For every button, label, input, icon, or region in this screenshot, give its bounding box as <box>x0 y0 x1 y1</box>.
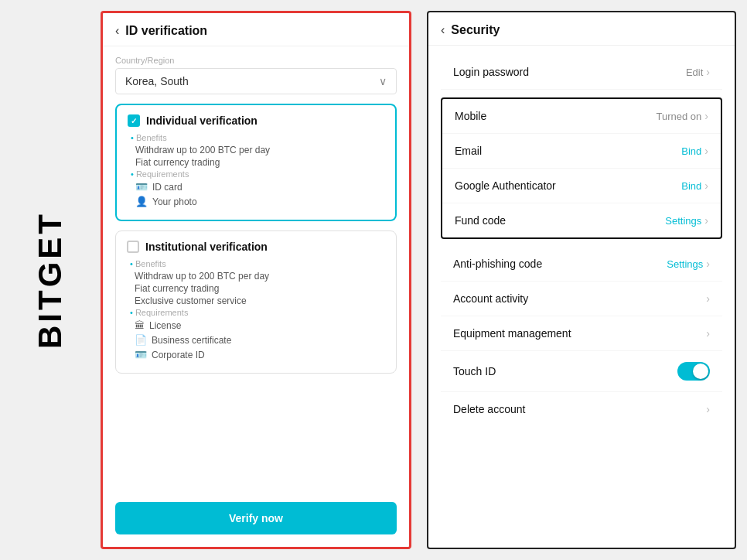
equipment-chevron-icon: › <box>706 327 710 340</box>
individual-card[interactable]: Individual verification Benefits Withdra… <box>115 104 397 221</box>
individual-req-1: 🪪 ID card <box>135 181 384 193</box>
security-row-email[interactable]: Email Bind › <box>442 134 721 169</box>
institutional-req-label: Requirements <box>130 308 385 317</box>
login-password-value: Edit <box>686 67 703 78</box>
touch-id-label: Touch ID <box>453 365 496 377</box>
security-row-delete-account[interactable]: Delete account › <box>441 392 722 426</box>
anti-phishing-label: Anti-phishing code <box>453 258 542 270</box>
login-password-label: Login password <box>453 66 529 78</box>
security-screen-body: Login password Edit › Mobile Turned on › <box>428 46 735 548</box>
google-auth-value: Bind <box>681 180 701 192</box>
business-cert-icon: 📄 <box>135 334 147 346</box>
country-label: Country/Region <box>115 56 397 65</box>
institutional-req-2: 📄 Business certificate <box>135 334 385 346</box>
login-password-right: Edit › <box>686 66 710 78</box>
security-back-button[interactable]: ‹ <box>441 23 445 37</box>
security-screen: ‹ Security Login password Edit › <box>427 11 736 549</box>
individual-benefit-2: Fiat currency trading <box>135 157 384 168</box>
delete-account-label: Delete account <box>453 403 525 415</box>
touch-id-toggle[interactable] <box>677 362 710 381</box>
individual-card-title: Individual verification <box>146 114 258 127</box>
photo-icon: 👤 <box>135 196 148 207</box>
institutional-benefits-label: Benefits <box>130 259 385 268</box>
equipment-label: Equipment management <box>453 327 571 340</box>
institutional-benefit-2: Fiat currency trading <box>135 283 385 294</box>
logo-strip: BITGET <box>0 0 101 560</box>
individual-checkbox[interactable] <box>128 114 140 127</box>
institutional-card-header: Institutional verification <box>127 241 385 253</box>
institutional-card[interactable]: Institutional verification Benefits With… <box>115 230 397 374</box>
id-screen-title: ID verification <box>125 24 207 38</box>
screens-area: ‹ ID verification Country/Region Korea, … <box>101 0 747 560</box>
institutional-benefit-1: Withdraw up to 200 BTC per day <box>135 271 385 282</box>
anti-phishing-value: Settings <box>667 258 703 270</box>
institutional-req-1: 🏛 License <box>135 319 385 331</box>
mobile-chevron-icon: › <box>704 110 708 122</box>
account-activity-label: Account activity <box>453 292 528 305</box>
security-row-equipment[interactable]: Equipment management › <box>441 316 722 351</box>
delete-account-chevron-icon: › <box>706 403 710 415</box>
id-screen-body: Country/Region Korea, South ∨ Individual… <box>103 46 409 493</box>
security-row-fund-code[interactable]: Fund code Settings › <box>442 203 721 237</box>
institutional-req-3: 🪪 Corporate ID <box>135 349 385 360</box>
security-screen-title: Security <box>451 23 500 37</box>
security-row-mobile[interactable]: Mobile Turned on › <box>442 99 721 134</box>
institutional-benefit-3: Exclusive customer service <box>135 295 385 306</box>
individual-req-2-text: Your photo <box>152 196 197 207</box>
main-wrapper: BITGET ‹ ID verification Country/Region … <box>0 0 747 560</box>
security-highlight-box: Mobile Turned on › Email Bind › <box>441 97 722 239</box>
id-screen-header: ‹ ID verification <box>103 13 409 46</box>
chevron-right-icon: › <box>706 66 710 78</box>
bitget-logo: BITGET <box>32 211 69 349</box>
fund-code-label: Fund code <box>455 214 506 227</box>
institutional-card-title: Institutional verification <box>145 241 268 253</box>
individual-benefit-1: Withdraw up to 200 BTC per day <box>135 145 384 155</box>
corporate-id-icon: 🪪 <box>135 349 147 360</box>
email-value: Bind <box>681 145 701 157</box>
chevron-down-icon: ∨ <box>379 75 387 87</box>
country-select[interactable]: Korea, South ∨ <box>115 68 397 94</box>
fund-code-value: Settings <box>665 215 701 227</box>
delete-account-right: › <box>706 403 710 415</box>
anti-phishing-chevron-icon: › <box>706 258 710 270</box>
security-screen-header: ‹ Security <box>428 12 735 46</box>
security-row-touch-id[interactable]: Touch ID <box>441 351 722 392</box>
id-card-icon: 🪪 <box>135 181 148 193</box>
license-icon: 🏛 <box>135 319 145 331</box>
individual-req-1-text: ID card <box>152 182 182 193</box>
anti-phishing-right: Settings › <box>667 258 710 270</box>
security-row-google-auth[interactable]: Google Authenticator Bind › <box>442 169 721 203</box>
fund-code-chevron-icon: › <box>704 214 708 227</box>
email-label: Email <box>455 145 482 157</box>
touch-id-toggle-container <box>677 362 710 381</box>
id-back-button[interactable]: ‹ <box>115 24 119 38</box>
institutional-checkbox[interactable] <box>127 241 139 253</box>
mobile-right: Turned on › <box>657 110 708 122</box>
google-auth-chevron-icon: › <box>704 179 708 192</box>
account-activity-right: › <box>706 292 710 305</box>
security-row-login-password[interactable]: Login password Edit › <box>441 55 722 90</box>
individual-req-2: 👤 Your photo <box>135 196 384 207</box>
individual-req-label: Requirements <box>131 169 384 179</box>
institutional-req-3-text: Corporate ID <box>152 350 205 360</box>
individual-card-header: Individual verification <box>128 114 384 127</box>
institutional-req-1-text: License <box>149 320 181 331</box>
google-auth-label: Google Authenticator <box>455 179 556 192</box>
id-verification-screen: ‹ ID verification Country/Region Korea, … <box>101 11 411 549</box>
security-row-account-activity[interactable]: Account activity › <box>441 282 722 316</box>
verify-now-button[interactable]: Verify now <box>115 502 397 534</box>
country-select-value: Korea, South <box>125 75 189 87</box>
security-row-anti-phishing[interactable]: Anti-phishing code Settings › <box>441 247 722 282</box>
email-right: Bind › <box>681 145 708 157</box>
equipment-right: › <box>706 327 710 340</box>
google-auth-right: Bind › <box>681 179 708 192</box>
email-chevron-icon: › <box>704 145 708 157</box>
fund-code-right: Settings › <box>665 214 708 227</box>
institutional-req-2-text: Business certificate <box>152 335 231 346</box>
account-activity-chevron-icon: › <box>706 292 710 305</box>
individual-benefits-label: Benefits <box>131 133 384 142</box>
mobile-value: Turned on <box>657 111 702 122</box>
mobile-label: Mobile <box>455 110 486 122</box>
